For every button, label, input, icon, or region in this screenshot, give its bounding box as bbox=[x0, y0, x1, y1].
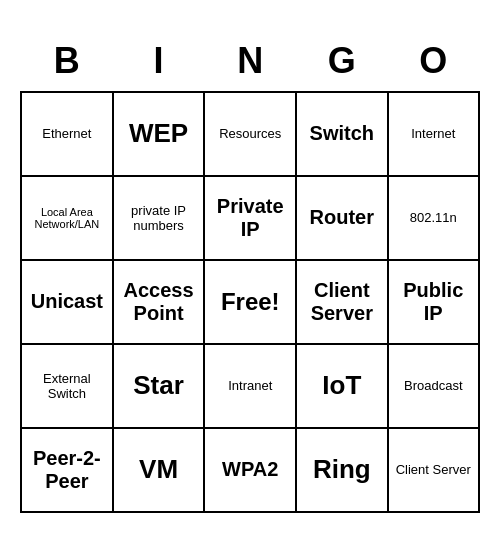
bingo-cell: Router bbox=[296, 176, 388, 260]
bingo-cell: Client Server bbox=[296, 260, 388, 344]
bingo-cell: Resources bbox=[204, 92, 296, 176]
bingo-cell: Switch bbox=[296, 92, 388, 176]
bingo-cell: private IP numbers bbox=[113, 176, 205, 260]
bingo-card: BINGO EthernetWEPResourcesSwitchInternet… bbox=[20, 32, 480, 513]
bingo-header-letter: O bbox=[388, 32, 479, 92]
bingo-cell: WEP bbox=[113, 92, 205, 176]
bingo-cell: Intranet bbox=[204, 344, 296, 428]
bingo-cell: 802.11n bbox=[388, 176, 479, 260]
bingo-cell: Public IP bbox=[388, 260, 479, 344]
bingo-cell: IoT bbox=[296, 344, 388, 428]
bingo-cell: Free! bbox=[204, 260, 296, 344]
bingo-cell: Local Area Network/LAN bbox=[21, 176, 113, 260]
bingo-cell: Access Point bbox=[113, 260, 205, 344]
bingo-cell: Star bbox=[113, 344, 205, 428]
bingo-header-letter: B bbox=[21, 32, 113, 92]
bingo-cell: Peer-2-Peer bbox=[21, 428, 113, 512]
bingo-cell: Broadcast bbox=[388, 344, 479, 428]
bingo-header-letter: I bbox=[113, 32, 205, 92]
bingo-cell: VM bbox=[113, 428, 205, 512]
bingo-cell: Private IP bbox=[204, 176, 296, 260]
bingo-cell: Ethernet bbox=[21, 92, 113, 176]
bingo-header-letter: G bbox=[296, 32, 388, 92]
bingo-cell: Internet bbox=[388, 92, 479, 176]
bingo-cell: Unicast bbox=[21, 260, 113, 344]
bingo-cell: WPA2 bbox=[204, 428, 296, 512]
bingo-header-letter: N bbox=[204, 32, 296, 92]
bingo-cell: Ring bbox=[296, 428, 388, 512]
bingo-cell: Client Server bbox=[388, 428, 479, 512]
bingo-cell: External Switch bbox=[21, 344, 113, 428]
